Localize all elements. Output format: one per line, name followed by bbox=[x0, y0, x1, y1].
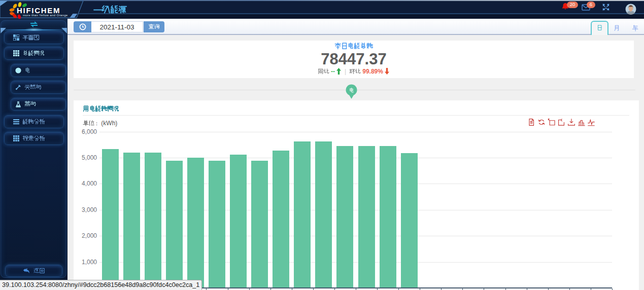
svg-text:HIFICHEM: HIFICHEM bbox=[17, 6, 60, 15]
svg-text:more than Yellow and Orange: more than Yellow and Orange bbox=[23, 14, 68, 17]
